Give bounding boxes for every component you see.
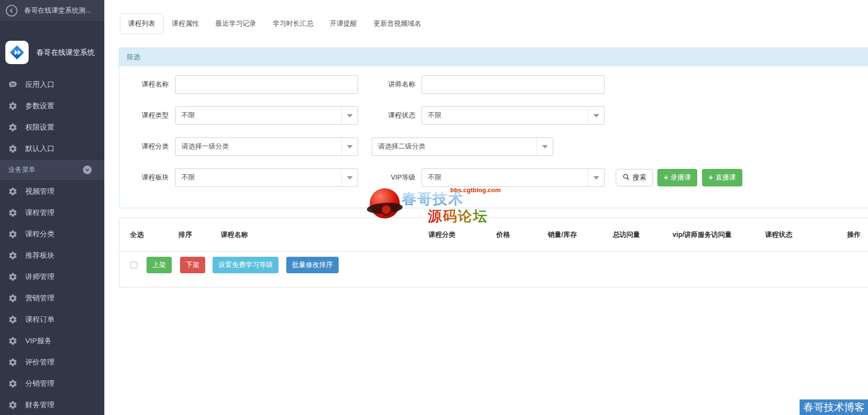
sidebar-item-teacher-mgmt[interactable]: 讲师管理 (0, 266, 104, 287)
chevron-down-icon (341, 169, 358, 186)
col-vip-teacher-visits: vip/讲师服务访问量 (672, 231, 765, 239)
sidebar-item-vip-service[interactable]: VIP服务 (0, 330, 104, 351)
col-course-status: 课程状态 (765, 231, 847, 239)
tab-recent-study-records[interactable]: 最近学习记录 (207, 14, 264, 34)
batch-edit-sort-button[interactable]: 批量修改排序 (286, 257, 339, 273)
sidebar-item-params[interactable]: 参数设置 (0, 95, 104, 116)
tab-bar: 课程列表 课程属性 最近学习记录 学习时长汇总 开课提醒 更新音视频域名 (120, 14, 868, 34)
gear-icon (8, 208, 17, 217)
sidebar-item-label: 推荐板块 (25, 251, 54, 260)
plus-icon: + (708, 173, 713, 182)
sidebar-item-label: 讲师管理 (25, 272, 54, 282)
sidebar-item-marketing-mgmt[interactable]: 营销管理 (0, 287, 104, 309)
publish-button[interactable]: 上架 (147, 257, 172, 273)
gear-icon (8, 250, 17, 260)
chevron-left-icon (9, 8, 15, 14)
teacher-name-label: 讲师名称 (379, 80, 415, 89)
sidebar-item-course-orders[interactable]: 课程订单 (0, 309, 104, 330)
filter-row-3: 课程分类 请选择一级分类 请选择二级分类 (119, 137, 868, 156)
chevron-down-icon (341, 107, 358, 124)
set-free-study-level-button[interactable]: 设置免费学习等级 (213, 257, 278, 273)
sidebar-item-default-entry[interactable]: 默认入口 (0, 138, 104, 159)
sidebar-item-label: 应用入口 (25, 80, 54, 89)
corner-watermark-badge: 春哥技术博客 (800, 399, 868, 415)
course-module-select[interactable]: 不限 (175, 168, 358, 187)
search-button[interactable]: 搜索 (616, 169, 653, 186)
back-button[interactable] (6, 5, 17, 17)
comment-icon (8, 80, 17, 89)
gear-icon (8, 122, 17, 132)
filter-row-4: 课程板块 不限 VIP等级 不限 (119, 168, 868, 187)
gear-icon (8, 272, 17, 282)
sidebar-item-video-mgmt[interactable]: 视频管理 (0, 181, 104, 202)
app-title: 春哥在线课堂系统 (36, 48, 95, 57)
course-status-select[interactable]: 不限 (422, 106, 605, 125)
sidebar-item-distribution-mgmt[interactable]: 分销管理 (0, 373, 104, 394)
course-category-label: 课程分类 (132, 142, 169, 151)
sidebar-item-app-entry[interactable]: 应用入口 (0, 74, 104, 95)
col-actions: 操作 (847, 231, 868, 239)
sidebar-item-permissions[interactable]: 权限设置 (0, 116, 104, 138)
search-icon (622, 173, 633, 182)
sidebar-item-course-category[interactable]: 课程分类 (0, 223, 104, 245)
sidebar-item-label: 分销管理 (25, 379, 54, 388)
add-recorded-course-button[interactable]: + 录播课 (657, 169, 697, 186)
vip-level-select[interactable]: 不限 (422, 168, 605, 187)
section-label: 业务菜单 (8, 166, 83, 174)
add-live-course-button[interactable]: + 直播课 (702, 169, 742, 186)
sidebar-item-recommend-module[interactable]: 推荐板块 (0, 245, 104, 266)
course-table-panel: 全选 排序 课程名称 课程分类 价格 销量/库存 总访问量 vip/讲师服务访问… (119, 217, 868, 287)
window-title: 春哥在线课堂系统测... (24, 6, 91, 15)
course-module-label: 课程板块 (132, 173, 169, 182)
course-name-input[interactable] (175, 75, 358, 94)
gear-icon (8, 101, 17, 111)
course-status-label: 课程状态 (379, 111, 415, 120)
gear-icon (8, 379, 17, 388)
vip-level-label: VIP等级 (379, 173, 415, 182)
sidebar-menu: 应用入口 参数设置 权限设置 默认入口 业务菜单 (0, 74, 104, 415)
col-price: 价格 (496, 231, 548, 239)
select-all-checkbox[interactable] (131, 262, 137, 268)
sidebar-item-finance-mgmt[interactable]: 财务管理 (0, 394, 104, 415)
course-name-label: 课程名称 (132, 80, 169, 89)
teacher-name-input[interactable] (422, 75, 605, 94)
sidebar-item-label: 课程管理 (25, 208, 54, 217)
col-sales-stock: 销量/库存 (548, 231, 613, 239)
sidebar-item-label: 课程订单 (25, 315, 54, 324)
tab-update-media-domain[interactable]: 更新音视频域名 (365, 14, 429, 34)
bulk-actions-row: 上架 下架 设置免费学习等级 批量修改排序 (119, 252, 868, 287)
gear-icon (8, 315, 17, 324)
sidebar-item-label: 默认入口 (25, 144, 54, 153)
chevron-down-icon (341, 138, 358, 155)
gear-icon (8, 229, 17, 239)
col-select-all: 全选 (130, 231, 179, 239)
sidebar-section-business-menu[interactable]: 业务菜单 (0, 159, 104, 181)
sidebar-item-label: 评价管理 (25, 358, 54, 367)
sidebar-item-label: 财务管理 (25, 400, 54, 410)
sidebar-item-course-mgmt[interactable]: 课程管理 (0, 202, 104, 223)
sidebar-item-label: 权限设置 (25, 123, 54, 132)
category-level1-select[interactable]: 请选择一级分类 (175, 137, 358, 156)
course-type-select[interactable]: 不限 (175, 106, 358, 125)
gear-icon (8, 357, 17, 367)
filter-row-2: 课程类型 不限 课程状态 不限 (119, 106, 868, 125)
app-logo-icon (5, 41, 29, 64)
tab-course-attrs[interactable]: 课程属性 (164, 14, 207, 34)
tab-course-list[interactable]: 课程列表 (120, 14, 164, 34)
sidebar-item-review-mgmt[interactable]: 评价管理 (0, 351, 104, 373)
sidebar-item-label: 视频管理 (25, 187, 54, 196)
chevron-down-circle-icon (83, 166, 92, 174)
logo-row: 春哥在线课堂系统 (0, 41, 104, 64)
table-header-row: 全选 排序 课程名称 课程分类 价格 销量/库存 总访问量 vip/讲师服务访问… (119, 218, 868, 252)
sidebar-item-label: 营销管理 (25, 294, 54, 303)
main-content: 课程列表 课程属性 最近学习记录 学习时长汇总 开课提醒 更新音视频域名 筛选 … (104, 0, 868, 415)
category-level2-select[interactable]: 请选择二级分类 (372, 137, 553, 156)
unpublish-button[interactable]: 下架 (180, 257, 205, 273)
sidebar-item-label: 课程分类 (25, 230, 54, 239)
gear-icon (8, 144, 17, 153)
tab-study-time-summary[interactable]: 学习时长汇总 (264, 14, 322, 34)
tab-class-reminder[interactable]: 开课提醒 (322, 14, 365, 34)
chevron-down-icon (588, 169, 604, 186)
filter-row-1: 课程名称 讲师名称 (119, 75, 868, 94)
col-sort: 排序 (179, 231, 221, 239)
